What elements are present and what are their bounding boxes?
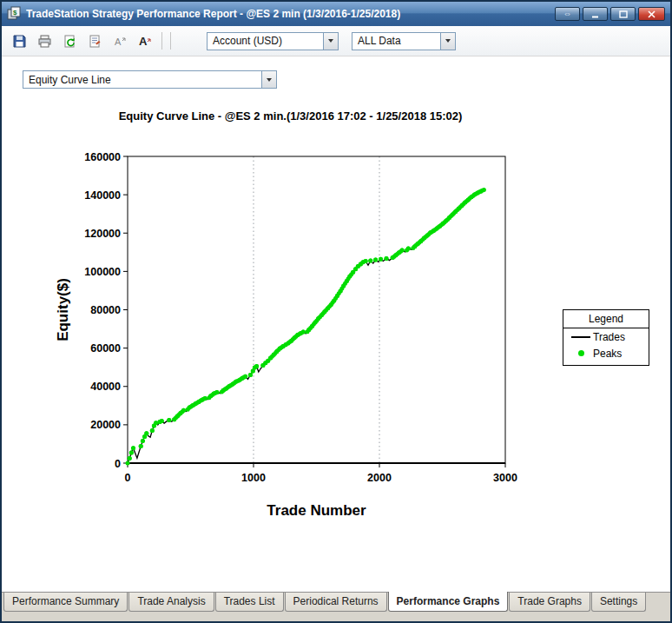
window-title: TradeStation Strategy Performance Report… [26,8,550,20]
tab-performance-graphs[interactable]: Performance Graphs [388,592,509,612]
equity-curve-chart: 0200004000060000800001000001200001400001… [2,56,672,543]
tab-performance-summary[interactable]: Performance Summary [3,593,128,612]
svg-text:2000: 2000 [367,472,392,484]
maximize-button[interactable] [610,7,636,21]
tab-trade-graphs[interactable]: Trade Graphs [509,593,590,612]
svg-text:0: 0 [125,472,131,484]
chart-legend: Legend Trades Peaks [563,309,649,366]
tab-trades-list[interactable]: Trades List [215,593,284,612]
account-currency-dropdown[interactable]: Account (USD) [207,32,339,50]
svg-text:60000: 60000 [90,342,121,355]
close-icon [648,10,656,18]
graph-type-dropdown[interactable]: Equity Curve Line [23,70,277,89]
report-settings-icon [88,34,102,49]
legend-entry-trades: Trades [563,328,649,345]
toolbar-separator [170,32,171,50]
legend-title: Legend [563,310,649,328]
chevron-down-icon [328,39,333,43]
report-settings-button[interactable] [84,30,105,51]
graph-type-value: Equity Curve Line [23,74,261,86]
svg-text:A: A [139,35,148,48]
decrease-font-icon: A [112,33,128,49]
data-range-value: ALL Data [352,35,440,47]
toolbar-separator [161,32,162,50]
increase-font-button[interactable]: A [135,30,155,51]
svg-text:Trade Number: Trade Number [267,502,366,519]
svg-text:$: $ [13,9,17,17]
svg-text:140000: 140000 [84,189,121,202]
svg-text:100000: 100000 [84,266,121,278]
svg-text:1000: 1000 [241,472,266,484]
report-tab-bar: Performance Summary Trade Analysis Trade… [2,592,670,613]
svg-text:160000: 160000 [84,151,121,163]
tab-trade-analysis[interactable]: Trade Analysis [128,593,214,612]
decrease-font-button[interactable]: A [109,30,130,51]
increase-font-icon: A [137,33,153,49]
legend-label-trades: Trades [593,331,625,343]
print-button[interactable] [34,30,55,51]
data-range-dropdown[interactable]: ALL Data [352,32,456,50]
svg-text:0: 0 [115,458,121,470]
save-icon [12,34,27,49]
print-icon [37,34,52,49]
graph-type-dropdown-button[interactable] [261,71,276,88]
dock-arrows-icon: ⇔ [563,10,572,18]
svg-text:Equity($): Equity($) [55,278,71,341]
svg-text:A: A [115,36,122,47]
data-range-dropdown-button[interactable] [440,33,455,50]
report-content: Equity Curve Line Equity Curve Line - @E… [2,56,670,592]
refresh-icon [63,34,77,49]
tab-settings[interactable]: Settings [591,593,646,612]
app-icon: $ [7,6,21,23]
refresh-report-button[interactable] [59,30,80,51]
legend-entry-peaks: Peaks [563,345,649,361]
svg-text:40000: 40000 [90,381,121,393]
account-currency-value: Account (USD) [208,35,323,47]
svg-text:3000: 3000 [493,472,517,484]
chevron-down-icon [267,78,272,82]
window-bottom-strip [2,613,670,621]
svg-text:80000: 80000 [90,304,121,316]
peaks-dot-sample [569,350,593,356]
svg-text:120000: 120000 [84,228,121,240]
maximize-icon [619,10,628,18]
account-dropdown-button[interactable] [323,33,338,50]
toolbar: A A Account (USD) ALL Data [2,26,670,56]
trades-line-sample [569,336,593,338]
legend-label-peaks: Peaks [593,348,622,360]
tab-periodical-returns[interactable]: Periodical Returns [285,593,387,612]
minimize-icon [591,10,600,18]
app-window: $ TradeStation Strategy Performance Repo… [0,0,672,623]
dock-toggle-button[interactable]: ⇔ [555,7,580,21]
chevron-down-icon [445,39,451,43]
close-button[interactable] [638,7,665,21]
title-bar: $ TradeStation Strategy Performance Repo… [2,2,670,26]
svg-text:20000: 20000 [90,419,121,431]
minimize-button[interactable] [583,7,608,21]
save-button[interactable] [9,30,30,51]
